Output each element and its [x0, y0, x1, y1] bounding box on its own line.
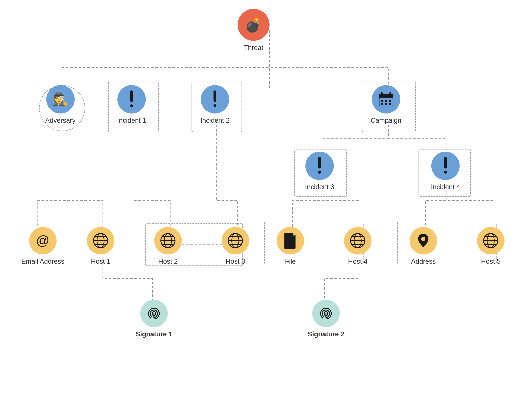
incident3-label: Incident 3 [305, 183, 334, 191]
svg-rect-13 [381, 100, 383, 101]
incident4-label: Incident 4 [431, 183, 460, 191]
incident3-circle [305, 152, 334, 180]
spy-icon: 🕵️ [52, 92, 69, 107]
email-circle: @ [29, 227, 57, 254]
file-icon [284, 233, 297, 249]
email-label: Email Address [21, 258, 64, 265]
host5-node: Host 5 [477, 227, 505, 265]
incident4-node: Incident 4 [431, 152, 460, 191]
incident3-node: Incident 3 [305, 152, 334, 191]
at-icon: @ [35, 233, 51, 249]
svg-rect-2 [130, 90, 133, 102]
host3-circle [222, 227, 249, 254]
incident4-circle [431, 152, 460, 180]
address-label: Address [411, 258, 436, 265]
host4-circle [344, 227, 372, 254]
threat-label: Threat [244, 44, 263, 52]
pin-icon [417, 233, 430, 249]
globe-icon-1 [92, 232, 109, 249]
fingerprint-icon-2 [318, 305, 334, 322]
incident1-circle [117, 85, 146, 114]
incident2-circle [201, 85, 229, 114]
svg-rect-12 [380, 98, 393, 106]
host1-label: Host 1 [91, 258, 110, 265]
bomb-icon: 💣 [245, 17, 262, 33]
adversary-circle: 🕵️ [46, 85, 75, 114]
host5-label: Host 5 [481, 258, 500, 265]
svg-rect-18 [389, 103, 391, 105]
calendar-icon [378, 91, 394, 107]
svg-rect-15 [389, 100, 391, 101]
signature1-node: Signature 1 [136, 300, 172, 338]
host3-label: Host 3 [226, 258, 245, 265]
host1-circle [87, 227, 114, 254]
globe-icon-2 [160, 232, 177, 249]
exclamation-icon-2 [210, 90, 220, 108]
diagram: .dash-line { stroke: #888; stroke-width:… [0, 0, 532, 399]
address-node: Address [410, 227, 437, 265]
fingerprint-icon-1 [146, 305, 162, 322]
globe-icon-3 [227, 232, 244, 249]
svg-point-44 [421, 237, 425, 241]
signature2-circle [312, 300, 340, 327]
email-address-node: @ Email Address [21, 227, 64, 265]
svg-text:@: @ [36, 233, 50, 248]
address-circle [410, 227, 437, 254]
host4-label: Host 4 [348, 258, 367, 265]
threat-node: 💣 Threat [238, 9, 270, 52]
adversary-node: 🕵️ Adversary [45, 85, 76, 124]
svg-rect-22 [444, 171, 447, 174]
campaign-circle [372, 85, 400, 114]
host3-node: Host 3 [222, 227, 249, 265]
campaign-label: Campaign [371, 117, 401, 124]
adversary-label: Adversary [45, 117, 76, 124]
file-node: File [277, 227, 304, 265]
file-circle [277, 227, 304, 254]
incident1-label: Incident 1 [117, 117, 146, 124]
connectors: .dash-line { stroke: #888; stroke-width:… [0, 0, 532, 399]
svg-rect-20 [318, 171, 321, 174]
svg-rect-5 [214, 104, 216, 107]
svg-rect-16 [381, 103, 383, 105]
signature1-label: Signature 1 [136, 330, 172, 338]
host2-node: Host 2 [154, 227, 182, 265]
globe-icon-5 [482, 232, 499, 249]
host2-circle [154, 227, 182, 254]
host1-node: Host 1 [87, 227, 114, 265]
campaign-node: Campaign [371, 85, 401, 124]
exclamation-icon-3 [314, 157, 325, 175]
signature2-label: Signature 2 [308, 330, 344, 338]
svg-rect-21 [444, 157, 447, 168]
threat-circle: 💣 [238, 9, 270, 41]
globe-icon-4 [349, 232, 366, 249]
signature1-circle [140, 300, 168, 327]
signature2-node: Signature 2 [308, 300, 344, 338]
incident1-node: Incident 1 [117, 85, 146, 124]
incident2-node: Incident 2 [200, 85, 230, 124]
svg-rect-19 [318, 157, 321, 168]
exclamation-icon [126, 90, 137, 108]
svg-rect-17 [385, 103, 387, 105]
host5-circle [477, 227, 505, 254]
incident2-label: Incident 2 [200, 117, 230, 124]
host2-label: Host 2 [158, 258, 178, 265]
svg-rect-14 [385, 100, 387, 101]
svg-rect-4 [214, 90, 216, 102]
svg-rect-3 [130, 104, 133, 107]
host4-node: Host 4 [344, 227, 372, 265]
file-label: File [285, 258, 296, 265]
exclamation-icon-4 [440, 157, 451, 175]
